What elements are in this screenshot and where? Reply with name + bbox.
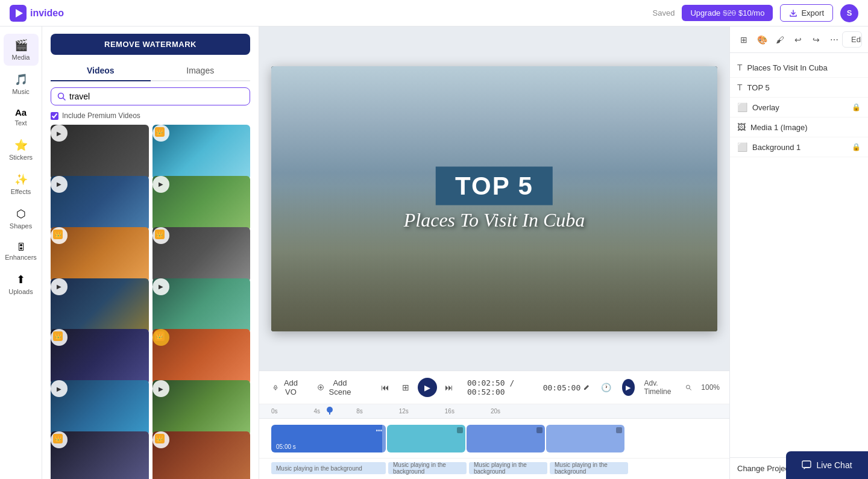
crown-icon: 👑 — [155, 127, 165, 137]
layer-places-text[interactable]: T Places To Visit In Cuba — [730, 58, 868, 78]
logo[interactable]: invideo — [10, 5, 64, 22]
ruler-mark-0: 0s — [271, 408, 278, 415]
list-item[interactable]: 👑▶ — [51, 329, 149, 384]
more-options-button[interactable]: ⋯ — [826, 32, 842, 48]
music-clip-4[interactable]: Music playing in the background — [550, 462, 628, 474]
skip-back-button[interactable]: ⏮ — [377, 379, 394, 396]
chat-icon — [802, 460, 811, 470]
play-icon: ▶ — [51, 278, 68, 295]
list-item[interactable]: 👑▶ — [153, 227, 251, 282]
list-item[interactable]: 👑▶ — [153, 329, 251, 384]
sidebar-item-stickers[interactable]: ⭐ Stickers — [4, 134, 39, 166]
scene-view-button[interactable]: ⊞ — [397, 379, 414, 396]
skip-forward-button[interactable]: ⏭ — [441, 379, 458, 396]
clip-1[interactable]: ••• 05:00 s — [271, 425, 386, 452]
tab-images[interactable]: Images — [151, 61, 251, 81]
topbar-right: Saved Upgrade $20 $10/mo Export S — [653, 4, 858, 22]
sidebar-item-effects[interactable]: ✨ Effects — [4, 168, 39, 200]
ruler-mark-20: 20s — [491, 408, 500, 415]
layer-top5-text[interactable]: T TOP 5 — [730, 78, 868, 98]
canvas-frame[interactable]: TOP 5 Places To Visit In Cuba — [271, 66, 717, 331]
clip-3[interactable] — [467, 425, 545, 452]
sidebar-label-media: Media — [12, 54, 30, 61]
lock-icon: 🔒 — [852, 103, 861, 111]
play-icon: ▶ — [51, 125, 68, 142]
sidebar-item-music[interactable]: 🎵 Music — [4, 68, 39, 100]
upgrade-old-price: $20 — [723, 8, 736, 17]
play-icon: ▶ — [153, 176, 169, 193]
play-icon: ▶ — [51, 176, 68, 193]
clip-1-resize-handle[interactable] — [382, 425, 386, 452]
list-item[interactable]: ▶ — [51, 176, 149, 231]
list-item[interactable]: ▶ — [51, 380, 149, 435]
premium-checkbox[interactable] — [51, 112, 58, 120]
layer-places-name: Places To Visit In Cuba — [747, 63, 861, 72]
play-button[interactable]: ▶ — [418, 378, 437, 397]
layer-overlay[interactable]: ⬜ Overlay 🔒 — [730, 98, 868, 117]
list-item[interactable]: ▶ — [153, 380, 251, 435]
video-track-row: ••• 05:00 s — [259, 421, 729, 459]
crown-icon: 👑 — [53, 230, 63, 239]
play-icon: ▶ — [51, 380, 68, 397]
edit-duration-icon[interactable] — [583, 384, 590, 391]
search-input[interactable] — [69, 92, 244, 101]
cursor-head — [327, 407, 333, 413]
grid-icon-button[interactable]: ⊞ — [736, 32, 752, 48]
clip-1-duration: 05:00 s — [276, 443, 296, 450]
music-track-row: Music playing in the background Music pl… — [259, 459, 729, 478]
music-clip-3[interactable]: Music playing in the background — [469, 462, 547, 474]
crown-icon: 👑 — [53, 434, 63, 443]
layer-background1[interactable]: ⬜ Background 1 🔒 — [730, 137, 868, 157]
tab-videos[interactable]: Videos — [51, 61, 151, 81]
list-item[interactable]: 👑▶ — [51, 227, 149, 282]
list-item[interactable]: 👑▶ — [153, 125, 251, 180]
avatar[interactable]: S — [840, 4, 858, 22]
text-icon: Aa — [15, 107, 27, 117]
brush-icon-button[interactable]: 🖌 — [772, 32, 788, 48]
redo-button[interactable]: ↪ — [808, 32, 824, 48]
play-icon: ▶ — [153, 380, 169, 397]
add-vo-button[interactable]: Add VO — [269, 376, 304, 399]
upgrade-button[interactable]: Upgrade $20 $10/mo — [682, 5, 773, 21]
palette-icon-button[interactable]: 🎨 — [754, 32, 770, 48]
clip-2[interactable] — [387, 425, 465, 452]
upgrade-label: Upgrade — [690, 8, 720, 17]
ruler-mark-16: 16s — [445, 408, 454, 415]
sidebar-item-shapes[interactable]: ⬡ Shapes — [4, 202, 39, 234]
list-item[interactable]: ▶ — [153, 278, 251, 333]
topbar: invideo Saved Upgrade $20 $10/mo Export … — [0, 0, 868, 27]
layer-media1[interactable]: 🖼 Media 1 (Image) — [730, 117, 868, 137]
microphone-icon — [272, 383, 278, 392]
crown-icon: 👑 — [155, 434, 165, 443]
text-layer-icon: T — [737, 63, 743, 72]
remove-watermark-button[interactable]: REMOVE WATERMARK — [51, 34, 250, 55]
list-item[interactable]: ▶ — [51, 278, 149, 333]
list-item[interactable]: ▶ — [51, 125, 149, 180]
adv-timeline-button[interactable]: Adv. Timeline — [644, 379, 676, 396]
layer-media1-name: Media 1 (Image) — [750, 123, 861, 132]
export-label: Export — [801, 8, 824, 17]
timeline-cursor[interactable] — [329, 408, 330, 415]
shapes-icon: ⬡ — [16, 207, 26, 221]
sidebar-item-media[interactable]: 🎬 Media — [4, 34, 39, 66]
list-item[interactable]: ▶ — [153, 176, 251, 231]
sidebar-item-enhancers[interactable]: 🎛 Enhancers — [4, 237, 39, 266]
live-chat-button[interactable]: Live Chat — [786, 451, 868, 479]
add-scene-button[interactable]: Add Scene — [314, 376, 357, 399]
undo-button[interactable]: ↩ — [790, 32, 806, 48]
timeline: Add VO Add Scene ⏮ ⊞ ▶ ⏭ 00:02:50 / 00:5… — [259, 371, 729, 479]
music-clip-2[interactable]: Music playing in the background — [388, 462, 467, 474]
svg-point-4 — [274, 386, 277, 388]
list-item[interactable]: 👑▶ — [153, 431, 251, 479]
speed-button[interactable]: ▶ — [622, 379, 635, 396]
sidebar-item-text[interactable]: Aa Text — [4, 102, 39, 131]
music-clip-1[interactable]: Music playing in the background — [271, 462, 386, 474]
list-item[interactable]: 👑▶ — [51, 431, 149, 479]
clock-icon-button[interactable]: 🕐 — [600, 379, 612, 396]
timeline-tracks: ••• 05:00 s — [259, 419, 729, 479]
sidebar-item-uploads[interactable]: ⬆ Uploads — [4, 268, 39, 300]
clip-4-icon — [616, 427, 622, 433]
clip-4[interactable] — [546, 425, 624, 452]
tab-edit[interactable]: Edit — [843, 32, 862, 47]
export-button[interactable]: Export — [780, 4, 833, 22]
